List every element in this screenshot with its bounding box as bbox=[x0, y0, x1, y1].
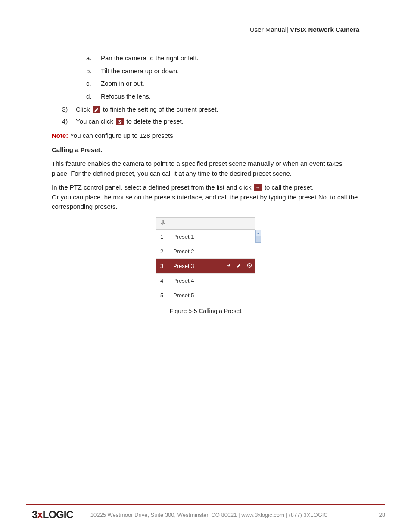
sub-step-a: a.Pan the camera to the right or left. bbox=[86, 53, 359, 64]
svg-line-1 bbox=[119, 121, 121, 123]
calling-p2-after: to call the preset. bbox=[265, 184, 314, 191]
header-sep: | bbox=[286, 26, 288, 33]
note-label: Note: bbox=[52, 132, 68, 139]
header-title: VISIX Network Camera bbox=[290, 26, 359, 33]
call-icon[interactable] bbox=[226, 262, 232, 270]
note-text: You can configure up to 128 presets. bbox=[70, 132, 175, 139]
figure-label: Figure 5-5 bbox=[170, 308, 197, 314]
scroll-up-icon[interactable]: ▴ bbox=[255, 230, 261, 236]
svg-line-3 bbox=[248, 264, 250, 266]
preset-num: 1 bbox=[160, 233, 173, 240]
preset-row-4[interactable]: 4 Preset 4 bbox=[156, 274, 255, 288]
step-3-after: to finish the setting of the current pre… bbox=[103, 106, 218, 113]
delete-icon[interactable] bbox=[246, 262, 252, 270]
sub-step-b-text: Tilt the camera up or down. bbox=[101, 65, 179, 77]
letter-c: c. bbox=[86, 78, 101, 89]
sub-step-d: d.Refocus the lens. bbox=[86, 91, 359, 102]
figure-caption: Figure 5-5 Calling a Preset bbox=[52, 308, 359, 314]
preset-name: Preset 2 bbox=[173, 248, 252, 255]
preset-panel-header[interactable] bbox=[156, 218, 255, 230]
calling-preset-p2: In the PTZ control panel, select a defin… bbox=[52, 183, 359, 212]
preset-name: Preset 5 bbox=[173, 292, 252, 299]
preset-num: 4 bbox=[160, 277, 173, 284]
numbered-steps: 3) Click to finish the setting of the cu… bbox=[52, 104, 359, 127]
sub-step-d-text: Refocus the lens. bbox=[101, 91, 151, 102]
preset-panel: ▴ 1 Preset 1 2 Preset 2 3 Preset 3 bbox=[156, 217, 255, 303]
preset-num: 2 bbox=[160, 248, 173, 255]
sub-step-c-text: Zoom in or out. bbox=[101, 78, 144, 89]
step-4-after: to delete the preset. bbox=[126, 118, 184, 125]
preset-num: 5 bbox=[160, 292, 173, 299]
delete-icon bbox=[116, 118, 124, 125]
sub-steps-list: a.Pan the camera to the right or left. b… bbox=[52, 53, 359, 102]
preset-name: Preset 3 bbox=[173, 263, 226, 269]
preset-name: Preset 1 bbox=[173, 233, 252, 240]
figure-title: Calling a Preset bbox=[199, 308, 241, 314]
letter-a: a. bbox=[86, 53, 101, 64]
preset-name: Preset 4 bbox=[173, 277, 252, 284]
step-3-num: 3) bbox=[62, 104, 76, 115]
step-3: 3) Click to finish the setting of the cu… bbox=[62, 104, 359, 115]
calling-p2-before: In the PTZ control panel, select a defin… bbox=[52, 184, 252, 191]
scroll-thumb[interactable] bbox=[255, 236, 261, 243]
step-4-content: You can click to delete the preset. bbox=[76, 116, 184, 127]
letter-b: b. bbox=[86, 65, 101, 77]
sub-step-b: b.Tilt the camera up or down. bbox=[86, 65, 359, 77]
call-preset-icon bbox=[254, 184, 262, 191]
pin-icon bbox=[159, 219, 166, 227]
sub-step-a-text: Pan the camera to the right or left. bbox=[101, 53, 199, 64]
calling-p3: Or you can place the mouse on the preset… bbox=[52, 193, 358, 211]
preset-row-5[interactable]: 5 Preset 5 bbox=[156, 288, 255, 303]
preset-num: 3 bbox=[160, 263, 173, 269]
calling-preset-p1: This feature enables the camera to point… bbox=[52, 159, 359, 178]
step-4-before: You can click bbox=[76, 118, 113, 125]
letter-d: d. bbox=[86, 91, 101, 102]
step-4-num: 4) bbox=[62, 116, 76, 127]
page-number: 28 bbox=[379, 512, 385, 518]
page-header: User Manual| VISIX Network Camera bbox=[52, 26, 359, 33]
step-3-before: Click bbox=[76, 106, 90, 113]
step-3-content: Click to finish the setting of the curre… bbox=[76, 104, 218, 115]
logo: 3xLogic bbox=[32, 509, 73, 521]
page-footer: 3xLogic 10225 Westmoor Drive, Suite 300,… bbox=[0, 505, 411, 521]
preset-list: ▴ 1 Preset 1 2 Preset 2 3 Preset 3 bbox=[156, 230, 255, 303]
edit-icon bbox=[93, 106, 100, 113]
step-4: 4) You can click to delete the preset. bbox=[62, 116, 359, 127]
edit-icon[interactable] bbox=[236, 262, 242, 270]
preset-row-1[interactable]: 1 Preset 1 bbox=[156, 230, 255, 244]
footer-address: 10225 Westmoor Drive, Suite 300, Westmin… bbox=[90, 512, 371, 518]
preset-row-3[interactable]: 3 Preset 3 bbox=[156, 259, 255, 274]
calling-preset-heading: Calling a Preset: bbox=[52, 145, 359, 155]
scrollbar[interactable]: ▴ bbox=[255, 230, 261, 243]
sub-step-c: c.Zoom in or out. bbox=[86, 78, 359, 89]
note-paragraph: Note: You can configure up to 128 preset… bbox=[52, 131, 359, 141]
preset-row-2[interactable]: 2 Preset 2 bbox=[156, 244, 255, 259]
header-left: User Manual bbox=[250, 26, 286, 33]
